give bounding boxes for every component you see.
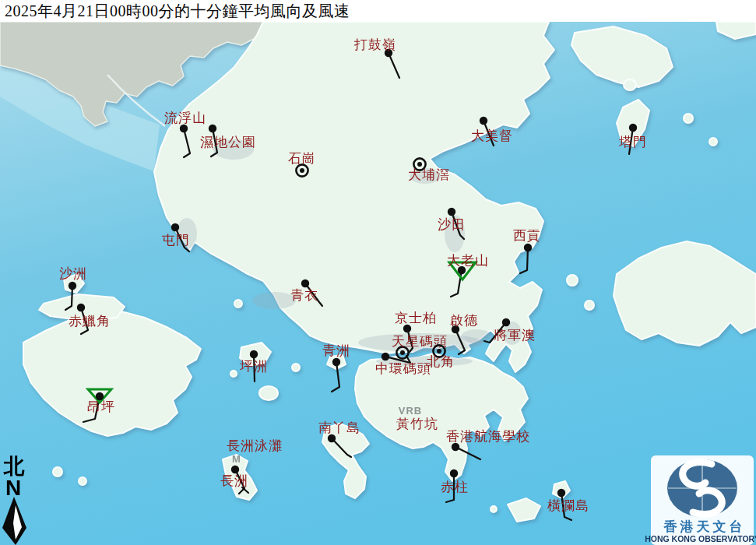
station-label: 長洲 <box>220 473 248 488</box>
station-label: 赤鱲角 <box>69 314 111 329</box>
mirs-bay-islet-1 <box>684 114 693 123</box>
soko-islet-1 <box>53 467 62 476</box>
map-canvas: 打鼓嶺流浮山濕地公園石崗大美督塔門大埔滘沙田西貢大老山屯門沙洲赤鱲角青衣京士柏啟… <box>0 0 756 545</box>
station-label: 石崗 <box>288 151 316 166</box>
islet-north-of-tap-mun <box>624 79 636 90</box>
port-shelter-islet-2 <box>585 301 594 310</box>
station-label: 橫瀾島 <box>547 498 589 513</box>
station-dot <box>403 325 411 332</box>
station-dot <box>629 124 637 132</box>
station-label: 坪洲 <box>240 359 268 374</box>
ma-wan-islet <box>234 300 242 308</box>
soko-islet-2 <box>79 477 86 485</box>
station-label: 塔門 <box>618 135 647 149</box>
station-note: VRB <box>399 405 422 417</box>
station-dot <box>328 434 336 442</box>
station-label: 西貢 <box>513 228 541 243</box>
station-dot <box>77 304 85 311</box>
station-label: 昂坪 <box>87 399 115 414</box>
map-title: 2025年4月21日00時00分的十分鐘平均風向及風速 <box>0 1 350 22</box>
station-label: 黃竹坑 <box>396 417 438 431</box>
land-hei-ling-chau <box>259 386 278 400</box>
station-dot <box>450 469 458 477</box>
station-label: 屯門 <box>162 233 190 248</box>
station-dot <box>209 125 216 132</box>
compass-north-letter: N <box>5 476 21 500</box>
station-label: 中環碼頭 <box>375 361 431 376</box>
calm-dot <box>300 168 304 173</box>
title-bar: 2025年4月21日00時00分的十分鐘平均風向及風速 <box>0 0 756 22</box>
station-dot <box>69 282 76 290</box>
station-dot <box>448 208 455 216</box>
station-label: 啟德 <box>450 313 478 328</box>
calm-dot <box>400 350 405 355</box>
station-dot <box>301 280 309 287</box>
calm-dot <box>437 349 441 353</box>
kau-yi-chau-islet <box>292 364 300 371</box>
station-label: 京士柏 <box>395 311 437 325</box>
station-label: 沙田 <box>438 217 466 232</box>
station-label: 青洲 <box>322 343 350 358</box>
hko-logo: 香港天文台 HONG KONG OBSERVATORY <box>645 455 756 545</box>
station-label: 大美督 <box>471 128 513 143</box>
calm-dot <box>417 162 422 167</box>
station-dot <box>557 489 565 497</box>
station-label: 打鼓嶺 <box>353 37 396 52</box>
station-label: 將軍澳 <box>494 328 536 343</box>
station-label: 長洲泳灘 <box>227 438 283 453</box>
wind-map: 打鼓嶺流浮山濕地公園石崗大美督塔門大埔滘沙田西貢大老山屯門沙洲赤鱲角青衣京士柏啟… <box>0 0 756 545</box>
station-dot <box>382 353 389 360</box>
station-label: 大老山 <box>447 253 489 268</box>
station-dot <box>231 466 239 473</box>
station-dot <box>332 358 340 366</box>
station-label: 沙洲 <box>59 266 87 281</box>
station-label: 濕地公園 <box>200 135 256 149</box>
port-shelter-islet-1 <box>567 275 578 286</box>
station-label: 青衣 <box>290 288 318 303</box>
station-dot <box>480 117 487 125</box>
station-label: 赤柱 <box>441 480 469 494</box>
station-dot <box>250 350 258 358</box>
station-label: 天星碼頭 <box>392 334 448 349</box>
station-label: 流浮山 <box>164 111 206 125</box>
logo-name-english: HONG KONG OBSERVATORY <box>645 534 756 543</box>
logo-name-chinese: 香港天文台 <box>663 519 746 534</box>
sunshine-islet <box>230 371 237 377</box>
po-toi-islet <box>491 506 497 512</box>
station-dot <box>502 318 510 326</box>
station-dot <box>171 223 179 231</box>
compass-north-cn: 北 <box>3 455 25 478</box>
station-dot <box>452 443 459 451</box>
station-note: M <box>232 453 241 465</box>
mirs-bay-islet-2 <box>709 138 717 146</box>
station-dot <box>180 125 188 132</box>
station-label: 大埔滘 <box>408 167 450 182</box>
station-label: 香港航海學校 <box>446 429 530 444</box>
station-dot <box>524 244 532 251</box>
station-label: 南丫島 <box>318 420 360 435</box>
